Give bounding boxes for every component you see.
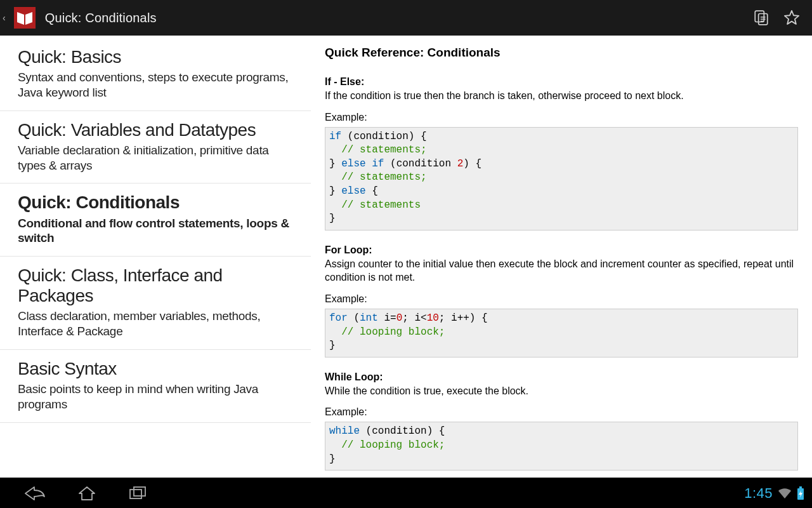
sidebar-item[interactable]: Basic SyntaxBasic points to keep in mind… <box>0 350 311 423</box>
sidebar-item-title: Quick: Variables and Datatypes <box>18 120 293 140</box>
example-label: Example: <box>325 406 798 418</box>
book-icon <box>14 7 36 29</box>
section-body: While the condition is true, execute the… <box>325 384 798 398</box>
section-title: If - Else: <box>325 76 798 88</box>
sidebar-item-title: Quick: Conditionals <box>18 192 293 213</box>
svg-rect-9 <box>799 486 802 488</box>
action-bar: ‹ Quick: Conditionals <box>0 0 812 36</box>
sidebar-item[interactable]: Quick: BasicsSyntax and conventions, ste… <box>0 36 311 111</box>
nav-back-button[interactable] <box>18 479 52 507</box>
system-nav-bar: 1:45 <box>0 478 812 508</box>
page-title: Quick: Conditionals <box>45 11 157 25</box>
svg-rect-6 <box>130 490 141 498</box>
back-caret-icon[interactable]: ‹ <box>0 13 7 23</box>
app-root: ‹ Quick: Conditionals Qu <box>0 0 812 508</box>
sidebar-item-desc: Syntax and conventions, steps to execute… <box>18 70 293 100</box>
sidebar-item-desc: Variable declaration & initialization, p… <box>18 143 293 173</box>
star-icon <box>783 9 801 27</box>
sidebar-item-title: Quick: Basics <box>18 47 293 67</box>
sidebar-item-title: Quick: Class, Interface and Packages <box>18 265 293 306</box>
section-title: For Loop: <box>325 244 798 256</box>
code-block: if (condition) { // statements; } else i… <box>325 127 798 231</box>
status-clock: 1:45 <box>744 485 773 502</box>
section-body: If the condition is true then the branch… <box>325 89 798 103</box>
detail-section: For Loop:Assign counter to the initial v… <box>325 244 798 358</box>
svg-rect-7 <box>134 487 145 496</box>
sidebar[interactable]: Quick: BasicsSyntax and conventions, ste… <box>0 36 311 478</box>
battery-icon <box>797 486 804 500</box>
detail-section: While Loop:While the condition is true, … <box>325 371 798 471</box>
content-area: Quick: BasicsSyntax and conventions, ste… <box>0 36 812 478</box>
section-title: While Loop: <box>325 371 798 383</box>
code-block: for (int i=0; i<10; i++) { // looping bl… <box>325 309 798 358</box>
nav-recents-button[interactable] <box>122 479 156 507</box>
section-body: Assign counter to the initial value then… <box>325 257 798 284</box>
sidebar-item-desc: Class declaration, member variables, met… <box>18 309 293 339</box>
example-label: Example: <box>325 112 798 123</box>
detail-pane[interactable]: Quick Reference: Conditionals If - Else:… <box>311 36 812 478</box>
example-label: Example: <box>325 293 798 305</box>
nav-buttons <box>0 479 156 507</box>
app-logo-icon[interactable] <box>7 0 43 36</box>
detail-sections: If - Else:If the condition is true then … <box>325 76 798 471</box>
recents-icon <box>129 486 149 501</box>
status-area: 1:45 <box>744 485 812 502</box>
copy-icon <box>753 10 769 26</box>
copy-button[interactable] <box>746 3 776 33</box>
detail-section: If - Else:If the condition is true then … <box>325 76 798 231</box>
sidebar-item[interactable]: Quick: Class, Interface and PackagesClas… <box>0 257 311 350</box>
sidebar-item[interactable]: Quick: ConditionalsConditional and flow … <box>0 184 311 257</box>
favorite-button[interactable] <box>776 3 807 33</box>
sidebar-item-desc: Conditional and flow control statements,… <box>18 216 293 246</box>
back-icon <box>24 485 46 502</box>
sidebar-item-title: Basic Syntax <box>18 359 293 379</box>
svg-rect-1 <box>755 11 764 22</box>
sidebar-item[interactable]: Quick: Variables and DatatypesVariable d… <box>0 111 311 184</box>
nav-home-button[interactable] <box>70 479 104 507</box>
code-block: while (condition) { // looping block; } <box>325 422 798 471</box>
detail-heading: Quick Reference: Conditionals <box>325 46 798 60</box>
home-icon <box>77 485 96 502</box>
wifi-icon <box>778 488 792 499</box>
sidebar-item-desc: Basic points to keep in mind when writin… <box>18 382 293 412</box>
